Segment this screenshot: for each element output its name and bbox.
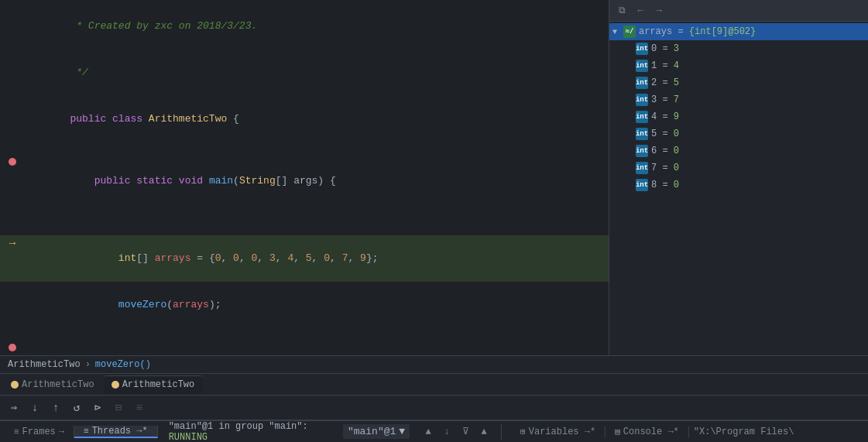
var-value: 4: [674, 60, 679, 71]
step-out-button[interactable]: ↑: [46, 399, 65, 417]
var-equals: =: [662, 43, 673, 54]
debug-child-item[interactable]: int 8 = 0: [609, 176, 868, 194]
var-value: 0: [674, 180, 679, 190]
tab-console[interactable]: ▤ Console →*: [606, 427, 689, 437]
var-value: 0: [674, 128, 679, 139]
type: int: [70, 252, 136, 264]
code-line: */: [0, 50, 609, 96]
debug-child-item[interactable]: int 1 = 4: [609, 57, 868, 74]
panel-tabs-right: ⊞ Variables →* ▤ Console →*: [511, 427, 689, 437]
debug-child-item[interactable]: int 6 = 0: [609, 142, 868, 159]
code-editor: * Created by zxc on 2018/3/23. */ public…: [0, 0, 609, 355]
bracket: []: [276, 175, 293, 187]
ctrl-top-button[interactable]: ▲: [476, 424, 492, 440]
var-name: 3: [651, 94, 657, 105]
breakpoint-indicator[interactable]: [9, 344, 16, 351]
copy-button[interactable]: ⧉: [614, 3, 630, 19]
file-tabs: ArithmeticTwo ArithmeticTwo: [0, 374, 868, 396]
debug-root-item[interactable]: ▼ ≈/ arrays = {int[9]@502}: [609, 23, 868, 40]
back-button[interactable]: ←: [633, 3, 648, 19]
keyword: class: [112, 113, 149, 125]
debug-label: 7 = 0: [651, 163, 865, 173]
ctrl-down-button[interactable]: ↓: [439, 424, 455, 440]
debug-label: 1 = 4: [651, 60, 865, 71]
ctrl-up-button[interactable]: ▲: [420, 424, 436, 440]
code-line: moveZero(arrays);: [0, 282, 609, 328]
line-content: */: [22, 50, 602, 96]
line-gutter: →: [3, 235, 22, 251]
debug-child-item[interactable]: int 0 = 3: [609, 40, 868, 57]
expand-icon[interactable]: ▼: [612, 28, 623, 36]
debug-label: 8 = 0: [651, 180, 865, 190]
tab-threads[interactable]: ≡ Threads →*: [74, 426, 158, 438]
code-line: }: [0, 344, 609, 355]
var-equals: =: [662, 128, 673, 139]
code-line-execution: → int[] arrays = {0, 0, 0, 3, 4, 5, 0, 7…: [0, 235, 609, 282]
variables-icon: ⊞: [520, 427, 526, 437]
line-content: public class ArithmeticTwo {: [22, 96, 602, 142]
line-content: [22, 142, 602, 158]
variable: arrays: [155, 252, 197, 264]
debug-label: 3 = 7: [651, 94, 865, 105]
int-type-icon: int: [636, 128, 648, 140]
debug-action-bar: ⇒ ↓ ↑ ↺ ⊳ ⊟ ≡: [0, 396, 868, 420]
var-name: 4: [651, 111, 657, 122]
debug-child-item[interactable]: int 7 = 0: [609, 159, 868, 176]
var-value: 0: [674, 163, 679, 173]
debug-label: 5 = 0: [651, 128, 865, 139]
line-gutter: [3, 344, 22, 351]
int-type-icon: int: [636, 77, 648, 89]
var-value: 7: [674, 94, 679, 105]
thread-info-text: "main"@1 in group "main":: [169, 421, 308, 432]
debug-child-item[interactable]: int 3 = 7: [609, 91, 868, 108]
var-name: 0: [651, 43, 657, 54]
var-name: 7: [651, 163, 657, 173]
var-name: 2: [651, 77, 657, 88]
tab-icon: [112, 381, 119, 389]
method-name: main: [209, 175, 233, 187]
file-tab-1[interactable]: ArithmeticTwo: [3, 375, 102, 394]
debug-label: 6 = 0: [651, 146, 865, 156]
file-tab-2[interactable]: ArithmeticTwo: [104, 375, 203, 394]
thread-dropdown[interactable]: "main"@1 ▼: [343, 424, 410, 439]
ctrl-filter-button[interactable]: ⊽: [458, 424, 473, 440]
var-equals: =: [662, 146, 673, 156]
line-content: [22, 204, 602, 220]
debug-child-item[interactable]: int 2 = 5: [609, 74, 868, 91]
comment-text: */: [70, 67, 87, 78]
debug-child-item[interactable]: int 5 = 0: [609, 125, 868, 142]
code-line: [0, 220, 609, 235]
separator: [501, 424, 502, 440]
var-value: 0: [674, 146, 679, 156]
line-content: * Created by zxc on 2018/3/23.: [22, 3, 602, 50]
class-name: ArithmeticTwo: [149, 113, 233, 125]
tab-variables[interactable]: ⊞ Variables →*: [511, 427, 606, 437]
var-equals: =: [662, 111, 673, 122]
keyword: static: [136, 175, 179, 187]
int-type-icon: int: [636, 43, 648, 55]
type: String: [239, 175, 276, 187]
var-equals: =: [662, 180, 673, 190]
evaluate-button: ⊟: [109, 399, 128, 417]
step-into-button[interactable]: ↓: [26, 399, 44, 417]
debug-toolbar: ⧉ ← →: [609, 0, 868, 22]
operator: =: [197, 252, 209, 264]
breakpoint-indicator[interactable]: [9, 158, 16, 166]
step-over-button[interactable]: ⇒: [5, 399, 23, 417]
keyword: public: [70, 175, 136, 187]
code-line: [0, 328, 609, 344]
debug-child-item[interactable]: int 4 = 9: [609, 108, 868, 125]
run-to-cursor-button[interactable]: ⊳: [88, 399, 107, 417]
breadcrumb-method: moveZero(): [95, 359, 151, 370]
var-equals: =: [662, 94, 673, 105]
var-equals: =: [662, 77, 673, 88]
debug-label: 4 = 9: [651, 111, 865, 122]
status-controls: ▲ ↓ ⊽ ▲: [420, 424, 492, 440]
int-type-icon: int: [636, 111, 648, 123]
int-type-icon: int: [636, 162, 648, 174]
forward-button[interactable]: →: [651, 3, 667, 19]
drop-frame-button[interactable]: ↺: [67, 399, 86, 417]
tab-frames[interactable]: ≡ Frames →: [5, 426, 74, 438]
line-content: [22, 328, 602, 344]
trace-button: ≡: [130, 399, 149, 417]
